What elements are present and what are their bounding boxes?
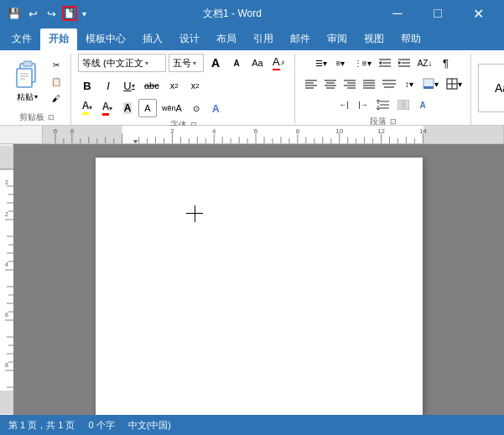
- undo-button[interactable]: ↩: [25, 6, 40, 21]
- font-row3: A ▾ A ▾ A A: [78, 99, 227, 117]
- svg-rect-44: [397, 100, 403, 110]
- increase-indent-button[interactable]: [395, 54, 413, 72]
- tab-view[interactable]: 视图: [356, 28, 392, 50]
- svg-rect-4: [17, 69, 32, 87]
- new-document-button[interactable]: [62, 6, 77, 21]
- text-highlight-button[interactable]: A ▾: [78, 99, 96, 117]
- decrease-indent-icon: [379, 58, 391, 68]
- paragraph-group: ☰▾ ≡▾ ⋮≡▾: [297, 54, 471, 125]
- shrink-font-button[interactable]: A: [227, 54, 246, 72]
- vertical-ruler-svg: 2 2 4 6 8: [0, 146, 13, 414]
- char-border-button[interactable]: A: [138, 99, 157, 117]
- align-center-button[interactable]: [321, 75, 340, 93]
- wordart-button[interactable]: A: [413, 96, 432, 114]
- font-size-selector[interactable]: 五号 ▾: [169, 54, 204, 72]
- minimize-button[interactable]: ─: [378, 1, 417, 26]
- multilevel-list-button[interactable]: ⋮≡▾: [351, 54, 375, 72]
- tab-design[interactable]: 设计: [171, 28, 208, 50]
- svg-rect-104: [0, 391, 13, 414]
- tab-template[interactable]: 模板中心: [77, 28, 134, 50]
- sort-button[interactable]: AZ↓: [414, 54, 436, 72]
- char-shading-button[interactable]: A: [118, 99, 137, 117]
- show-marks-button[interactable]: ¶: [436, 54, 455, 72]
- font-color-icon: A: [102, 101, 110, 116]
- text-effects-button[interactable]: A: [207, 99, 227, 117]
- distributed-button[interactable]: [379, 75, 399, 93]
- style-normal-button[interactable]: AaBl: [478, 64, 504, 112]
- font-color-button[interactable]: A ▾: [98, 99, 117, 117]
- underline-button[interactable]: U▾: [120, 76, 138, 95]
- document-scroll-area[interactable]: [13, 144, 504, 415]
- clipboard-expander[interactable]: ⊡: [48, 113, 55, 122]
- right-indent-button[interactable]: |→: [354, 96, 372, 114]
- para-row3: ←| |→: [335, 96, 432, 114]
- phonetic-button[interactable]: wēn A: [158, 99, 185, 117]
- tab-insert[interactable]: 插入: [134, 28, 171, 50]
- bold-button[interactable]: B: [78, 76, 96, 95]
- column-button[interactable]: [394, 96, 413, 114]
- close-button[interactable]: ✕: [459, 1, 497, 26]
- text-effects-icon: A: [210, 101, 224, 115]
- font-name-selector[interactable]: 等线 (中文正文 ▾: [78, 54, 166, 72]
- justify-icon: [363, 79, 375, 89]
- text-highlight-icon: A: [82, 100, 90, 115]
- font-row2: B I U▾ abc x2 x2: [78, 76, 205, 95]
- svg-text:4: 4: [212, 127, 216, 135]
- clipboard-content: 粘贴▾ ✂ 📋 🖌: [8, 54, 65, 110]
- clear-format-button[interactable]: A ✗: [269, 54, 289, 72]
- save-button[interactable]: 💾: [7, 6, 22, 21]
- subscript-button[interactable]: x2: [165, 76, 184, 95]
- tab-references[interactable]: 引用: [245, 28, 282, 50]
- tab-home[interactable]: 开始: [40, 28, 77, 50]
- change-case-button[interactable]: Aa: [248, 54, 267, 72]
- grow-font-button[interactable]: A: [206, 54, 225, 72]
- numbering-button[interactable]: ≡▾: [331, 54, 350, 72]
- svg-text:8: 8: [296, 127, 299, 135]
- tab-review[interactable]: 审阅: [319, 28, 356, 50]
- paragraph-expander[interactable]: ⊡: [390, 117, 397, 126]
- paste-button[interactable]: [12, 60, 42, 90]
- distributed-icon: [382, 79, 396, 89]
- new-doc-icon: [64, 8, 75, 19]
- maximize-button[interactable]: □: [418, 1, 457, 26]
- document-page[interactable]: [96, 158, 423, 415]
- borders-button[interactable]: ▾: [443, 75, 465, 93]
- tab-layout[interactable]: 布局: [208, 28, 245, 50]
- svg-text:2: 2: [170, 127, 174, 135]
- decrease-indent-button[interactable]: [376, 54, 394, 72]
- ribbon-tabs: 文件 开始 模板中心 插入 设计 布局 引用 邮件 审阅 视图 帮助: [0, 27, 504, 50]
- style-group-label: 样式: [478, 122, 504, 123]
- svg-rect-102: [0, 146, 13, 169]
- format-buttons: ✂ 📋 🖌: [47, 58, 65, 106]
- align-left-button[interactable]: [302, 75, 320, 93]
- svg-text:6: 6: [254, 127, 257, 135]
- italic-button[interactable]: I: [99, 76, 117, 95]
- copy-button[interactable]: 📋: [47, 75, 65, 90]
- left-indent-button[interactable]: ←|: [335, 96, 353, 114]
- tab-file[interactable]: 文件: [3, 28, 40, 50]
- document-area: 2 2 4 6 8: [0, 144, 504, 415]
- vertical-ruler[interactable]: 2 2 4 6 8: [0, 144, 13, 415]
- shading-button[interactable]: ▾: [419, 75, 442, 93]
- title-bar: 💾 ↩ ↪ ▾ 文档1 - Word ─ □ ✕: [0, 0, 504, 27]
- para-spacing-button[interactable]: [373, 96, 393, 114]
- format-painter-button[interactable]: 🖌: [47, 91, 65, 106]
- paste-dropdown-button[interactable]: 粘贴▾: [17, 90, 38, 105]
- svg-rect-45: [404, 100, 409, 110]
- line-spacing-button[interactable]: ↕▾: [400, 75, 418, 93]
- svg-rect-47: [423, 126, 503, 143]
- cut-button[interactable]: ✂: [47, 58, 65, 73]
- strikethrough-button[interactable]: abc: [141, 76, 163, 95]
- enclosed-char-button[interactable]: ⊙: [187, 99, 205, 117]
- style-content: AaBl ▲ ▼ ⊞: [478, 54, 504, 122]
- horizontal-ruler[interactable]: 8 6 2 4 6 8 10 12 14: [42, 126, 504, 144]
- tab-mailings[interactable]: 邮件: [282, 28, 319, 50]
- redo-button[interactable]: ↪: [44, 6, 59, 21]
- tab-help[interactable]: 帮助: [392, 28, 429, 50]
- align-right-button[interactable]: [340, 75, 359, 93]
- cursor-vertical: [195, 205, 195, 222]
- svg-text:8: 8: [70, 127, 74, 135]
- superscript-button[interactable]: x2: [186, 76, 205, 95]
- justify-button[interactable]: [360, 75, 378, 93]
- bullets-button[interactable]: ☰▾: [312, 54, 330, 72]
